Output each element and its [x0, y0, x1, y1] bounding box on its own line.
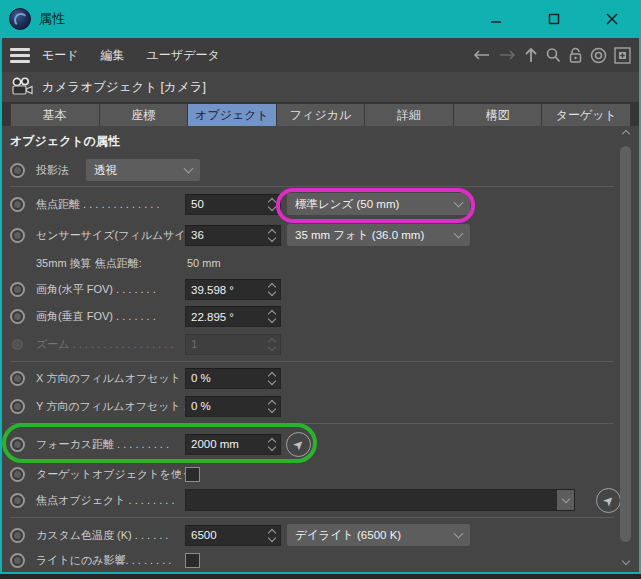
keyframe-dot-icon[interactable] — [10, 282, 25, 297]
row-fov-horizontal: 画角(水平 FOV) . . . . . . . 39.598 ° — [2, 276, 639, 303]
spinner[interactable] — [269, 230, 275, 241]
tab-basic[interactable]: 基本 — [10, 104, 100, 126]
use-target-checkbox[interactable] — [185, 467, 200, 482]
affect-lights-checkbox[interactable] — [185, 553, 200, 568]
equiv-35mm-value: 50 mm — [187, 257, 221, 269]
maximize-button[interactable] — [525, 0, 583, 38]
focus-distance-label: フォーカス距離 . . . . . . . . . — [36, 437, 169, 452]
minimize-button[interactable] — [467, 0, 525, 38]
fov-vertical-value: 22.895 ° — [191, 311, 234, 323]
scrollbar-thumb[interactable] — [620, 146, 631, 542]
row-projection: 投影法 透視 — [2, 156, 639, 184]
keyframe-dot-icon[interactable] — [10, 163, 25, 178]
row-use-target-object: ターゲットオブジェクトを使う — [2, 462, 639, 486]
keyframe-dot-icon[interactable] — [10, 437, 25, 452]
focal-length-label: 焦点距離 . . . . . . . . . . . . . — [36, 197, 159, 212]
close-button[interactable] — [583, 0, 641, 38]
focus-distance-value: 2000 mm — [191, 438, 239, 450]
search-icon[interactable] — [545, 47, 561, 63]
cinema4d-app-icon — [9, 8, 31, 30]
scroll-up-icon[interactable] — [620, 128, 632, 140]
spinner[interactable] — [269, 373, 275, 384]
film-offset-y-input[interactable]: 0 % — [185, 396, 281, 417]
tab-object[interactable]: オブジェクト — [188, 104, 277, 126]
tab-composition[interactable]: 構図 — [454, 104, 543, 126]
row-sensor-size: センサーサイズ(フィルムサイズ) 36 35 mm フォト (36.0 mm) — [2, 220, 639, 250]
chevron-down-icon — [454, 529, 464, 539]
color-temp-input[interactable]: 6500 — [185, 525, 281, 546]
row-affect-lights-only: ライトにのみ影響. . . . . . . . — [2, 550, 639, 571]
hamburger-menu-icon[interactable] — [10, 48, 30, 63]
projection-dropdown[interactable]: 透視 — [86, 159, 200, 181]
film-preset-dropdown[interactable]: 35 mm フォト (36.0 mm) — [287, 224, 470, 246]
menu-mode[interactable]: モード — [42, 47, 79, 64]
record-icon[interactable] — [590, 47, 607, 64]
new-panel-icon[interactable] — [614, 47, 631, 64]
window-title: 属性 — [39, 10, 65, 28]
row-film-offset-x: X 方向のフィルムオフセット . 0 % — [2, 364, 639, 392]
keyframe-dot-icon[interactable] — [10, 528, 25, 543]
tab-coordinates[interactable]: 座標 — [100, 104, 189, 126]
object-header[interactable]: カメラオブジェクト [カメラ] — [2, 72, 639, 102]
affect-lights-label: ライトにのみ影響. . . . . . . . — [36, 553, 171, 568]
menu-userdata[interactable]: ユーザデータ — [147, 47, 220, 64]
tab-details[interactable]: 詳細 — [365, 104, 454, 126]
lock-icon[interactable] — [568, 47, 583, 64]
spinner[interactable] — [269, 199, 275, 210]
sensor-size-input[interactable]: 36 — [185, 225, 281, 246]
projection-label: 投影法 — [36, 163, 69, 178]
lens-preset-dropdown[interactable]: 標準レンズ (50 mm) — [287, 193, 470, 215]
color-temp-preset-dropdown[interactable]: デイライト (6500 K) — [287, 524, 470, 546]
fov-vertical-input[interactable]: 22.895 ° — [185, 306, 281, 327]
focal-length-value: 50 — [191, 198, 204, 210]
keyframe-dot-icon[interactable] — [10, 467, 25, 482]
fov-horizontal-input[interactable]: 39.598 ° — [185, 279, 281, 300]
row-focus-object: 焦点オブジェクト . . . . . . . . ➤ — [2, 486, 639, 514]
spinner[interactable] — [269, 530, 275, 541]
tab-target[interactable]: ターゲット — [542, 104, 631, 126]
focus-distance-picker-icon[interactable]: ➤ — [286, 432, 311, 457]
film-offset-x-label: X 方向のフィルムオフセット . — [36, 371, 187, 386]
spinner[interactable] — [269, 284, 275, 295]
keyframe-dot-icon[interactable] — [10, 197, 25, 212]
keyframe-dot-icon[interactable] — [10, 399, 25, 414]
keyframe-dot-icon[interactable] — [10, 493, 25, 508]
menu-edit[interactable]: 編集 — [101, 47, 125, 64]
keyframe-dot-icon[interactable] — [10, 228, 25, 243]
spinner[interactable] — [269, 311, 275, 322]
object-properties-panel: オブジェクトの属性 投影法 透視 焦点距離 . . . . . . . . . … — [2, 126, 639, 572]
row-film-offset-y: Y 方向のフィルムオフセット . 0 % — [2, 392, 639, 420]
fov-vertical-label: 画角(垂直 FOV) . . . . . . . — [36, 309, 156, 324]
chevron-down-icon — [454, 198, 464, 208]
keyframe-dot-icon[interactable] — [10, 371, 25, 386]
object-header-title: カメラオブジェクト [カメラ] — [42, 79, 206, 96]
focus-object-dropdown-button[interactable] — [557, 490, 574, 510]
fov-horizontal-label: 画角(水平 FOV) . . . . . . . — [36, 282, 156, 297]
spinner[interactable] — [269, 439, 275, 450]
row-focal-length: 焦点距離 . . . . . . . . . . . . . 50 標準レンズ … — [2, 188, 639, 220]
titlebar[interactable]: 属性 — [0, 0, 641, 38]
section-title: オブジェクトの属性 — [2, 126, 639, 156]
color-temp-label: カスタム色温度 (K) . . . . . . — [36, 528, 168, 543]
row-color-temperature: カスタム色温度 (K) . . . . . . 6500 デイライト (6500… — [2, 520, 639, 550]
scroll-down-icon[interactable] — [620, 556, 632, 568]
menubar: モード 編集 ユーザデータ — [2, 38, 639, 72]
film-offset-x-value: 0 % — [191, 372, 211, 384]
film-offset-x-input[interactable]: 0 % — [185, 368, 281, 389]
focal-length-input[interactable]: 50 — [185, 194, 281, 215]
tabbar: 基本 座標 オブジェクト フィジカル 詳細 構図 ターゲット — [2, 102, 639, 126]
attributes-window: 属性 モード 編集 ユーザデータ — [0, 0, 641, 579]
parent-up-icon[interactable] — [524, 47, 538, 63]
history-back-icon[interactable] — [472, 48, 491, 62]
keyframe-dot-icon[interactable] — [10, 309, 25, 324]
spinner[interactable] — [269, 401, 275, 412]
focus-object-input[interactable] — [185, 489, 575, 511]
tab-physical[interactable]: フィジカル — [277, 104, 366, 126]
history-forward-icon[interactable] — [498, 48, 517, 62]
camera-object-icon — [10, 77, 34, 97]
equiv-35mm-label: 35mm 換算 焦点距離: — [36, 256, 142, 271]
vertical-scrollbar[interactable] — [617, 128, 636, 568]
focus-distance-input[interactable]: 2000 mm — [185, 434, 281, 455]
keyframe-dot-icon — [12, 339, 23, 350]
keyframe-dot-icon[interactable] — [10, 553, 25, 568]
